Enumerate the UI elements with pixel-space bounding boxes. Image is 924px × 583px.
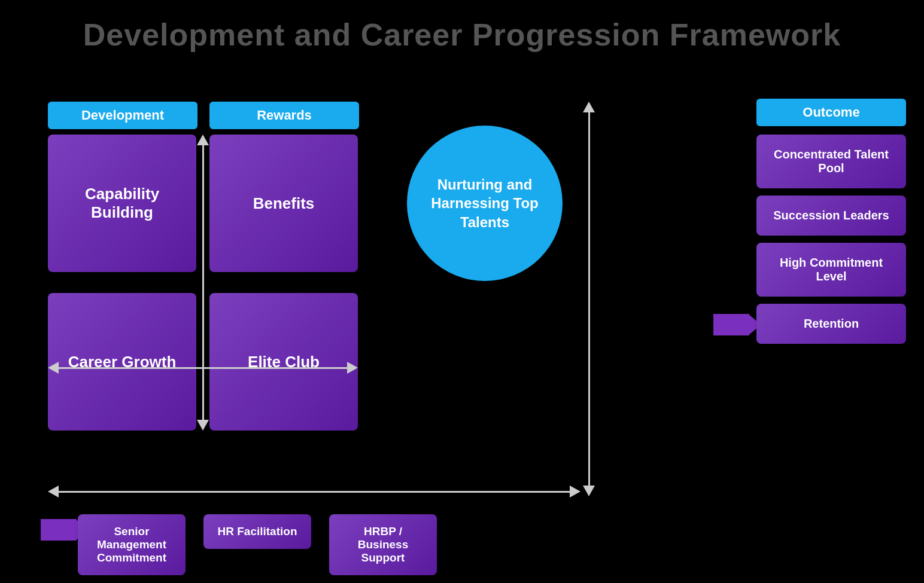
arrow-down-head — [197, 420, 209, 431]
nurturing-circle: Nurturing and Harnessing Top Talents — [407, 126, 563, 281]
long-arrow-h-line — [59, 491, 570, 493]
nurturing-circle-container: Nurturing and Harnessing Top Talents — [407, 126, 563, 281]
development-header: Development — [48, 102, 197, 129]
bottom-purple-arrow — [41, 519, 77, 541]
arrow-vertical-line — [202, 145, 204, 420]
purple-arrow-shape — [41, 519, 77, 541]
bottom-boxes-container: Senior Management Commitment HR Facilita… — [78, 514, 437, 575]
outcome-box-3: Retention — [756, 304, 906, 344]
quadrant-container: Development Rewards Capability Building … — [48, 102, 419, 460]
long-arrow-v-line — [588, 112, 590, 486]
outcome-section: Outcome Concentrated Talent Pool Success… — [756, 99, 906, 351]
capability-building-box: Capability Building — [48, 135, 196, 272]
main-area: Development Rewards Capability Building … — [0, 66, 924, 583]
outcome-arrow — [713, 314, 749, 335]
outcome-box-2: High Commitment Level — [756, 243, 906, 297]
long-arrow-left-head — [48, 486, 59, 497]
rewards-header: Rewards — [209, 102, 359, 129]
outcome-header: Outcome — [756, 99, 906, 126]
bottom-box-hrbp: HRBP / Business Support — [329, 514, 437, 575]
bottom-box-hr: HR Facilitation — [203, 514, 311, 549]
long-horizontal-arrow — [48, 484, 580, 499]
benefits-box: Benefits — [209, 135, 358, 272]
arrow-up-head — [197, 135, 209, 145]
page-title: Development and Career Progression Frame… — [0, 0, 924, 59]
arrow-right-head — [347, 362, 358, 374]
bottom-box-senior: Senior Management Commitment — [78, 514, 186, 575]
outcome-box-1: Succession Leaders — [756, 196, 906, 236]
long-arrow-up-head — [583, 102, 595, 112]
arrow-horizontal-line — [59, 367, 347, 369]
vertical-arrow — [197, 135, 209, 431]
outcome-box-0: Concentrated Talent Pool — [756, 135, 906, 188]
long-arrow-down-head — [583, 486, 595, 496]
long-arrow-right-head — [570, 486, 580, 497]
outcome-arrow-shape — [713, 314, 749, 335]
horizontal-arrow — [48, 362, 358, 374]
arrow-left-head — [48, 362, 59, 374]
long-vertical-arrow — [582, 102, 596, 496]
